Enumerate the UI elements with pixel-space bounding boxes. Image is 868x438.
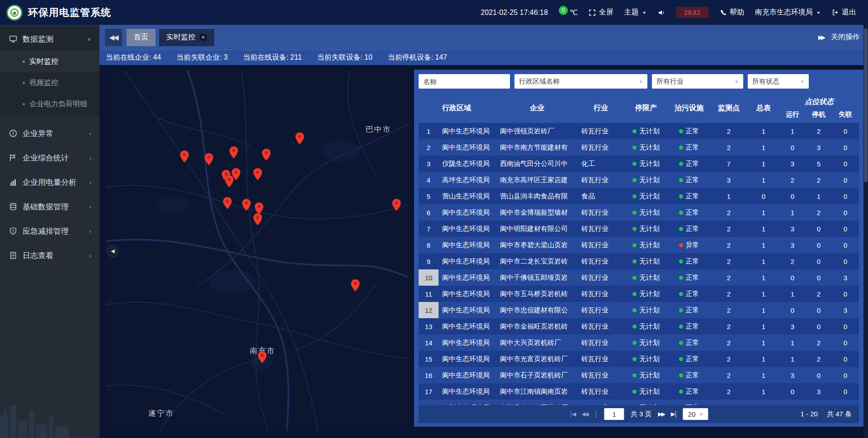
- sidebar-item-video-monitor[interactable]: 视频监控: [0, 72, 99, 94]
- table-row[interactable]: 4高坪生态环境局南充市高坪区王家店建砖瓦行业无计划正常31220: [419, 172, 859, 188]
- map-pin-icon[interactable]: [392, 198, 401, 213]
- page-number-input[interactable]: 1: [604, 408, 624, 420]
- row-index: 2: [419, 139, 439, 155]
- facility-text: 正常: [686, 355, 699, 363]
- scrollbar-thumb[interactable]: [864, 28, 868, 182]
- sidebar-group-power-analysis[interactable]: 企业用电量分析‹: [0, 170, 99, 194]
- cell-region: 阆中生态环境局: [439, 302, 496, 318]
- map-pin-icon[interactable]: [253, 213, 263, 228]
- cell-company: 阆中明阳建材有限公司: [496, 221, 578, 237]
- table-row[interactable]: 18南部生态环境局南部县碑垭乡页岩砖厂砖瓦行业无计划正常21030: [419, 400, 859, 405]
- sidebar-group-emergency-reduction[interactable]: 应急减排管理‹: [0, 219, 99, 243]
- map-pin-icon[interactable]: [295, 132, 305, 147]
- chevron-left-icon: ‹: [90, 130, 91, 137]
- panel-collapse-handle[interactable]: ◀: [107, 245, 119, 257]
- fullscreen-button[interactable]: 全屏: [589, 8, 613, 17]
- last-page-icon[interactable]: ▶│: [671, 411, 677, 417]
- notice-ticker[interactable]: 2632: [676, 7, 709, 18]
- tabs-scroll-right-icon[interactable]: ▶▶: [818, 34, 824, 41]
- status-dot: [679, 194, 683, 198]
- limit-text: 无计划: [639, 371, 660, 380]
- sidebar-group-data-monitoring[interactable]: 数据监测∨: [0, 27, 99, 51]
- table-row[interactable]: 5营山生态环境局营山县润丰肉食品有限食品无计划正常10010: [419, 188, 859, 204]
- table-row[interactable]: 13阆中生态环境局阆中市金福旺页岩机砖砖瓦行业无计划正常21300: [419, 318, 859, 334]
- sidebar-item-label: 企业电力负荷明细: [29, 99, 87, 109]
- map-pin-icon[interactable]: [179, 150, 189, 165]
- cell-company: 阆中市五马桥页岩机砖: [496, 286, 578, 302]
- sidebar-item-realtime-monitor[interactable]: 实时监控: [0, 51, 99, 72]
- cell-stop: 2: [806, 351, 832, 367]
- table-row[interactable]: 15阆中生态环境局阆中市光富页岩机砖厂砖瓦行业无计划正常21120: [419, 351, 859, 367]
- cell-industry: 砖瓦行业: [578, 334, 624, 351]
- cell-meter: 1: [748, 237, 779, 253]
- status-dot: [632, 276, 637, 280]
- tab-realtime[interactable]: 实时监控✕: [159, 29, 214, 46]
- table-row[interactable]: 3仪陇生态环境局西南油气田分公司川中化工无计划正常71350: [419, 155, 859, 172]
- sidebar-group-enterprise-stats[interactable]: 企业综合统计‹: [0, 146, 99, 170]
- table-row[interactable]: 8阆中生态环境局阆中市枣碧大梁山页岩砖瓦行业无计划异常21300: [419, 237, 859, 253]
- status-dot: [632, 178, 637, 182]
- map-pin-icon[interactable]: [222, 197, 232, 212]
- map-pin-icon[interactable]: [350, 279, 360, 294]
- table-row[interactable]: 11阆中生态环境局阆中市五马桥页岩机砖砖瓦行业无计划正常21120: [419, 286, 859, 302]
- table-row[interactable]: 12阆中生态环境局阆中市忠信建材有限公砖瓦行业无计划正常21003: [419, 302, 859, 318]
- close-icon[interactable]: ✕: [199, 33, 207, 41]
- facility-text: 正常: [686, 225, 699, 233]
- cell-industry: 砖瓦行业: [578, 139, 624, 155]
- row-index: 17: [419, 383, 439, 400]
- next-page-icon[interactable]: ▶▶: [658, 411, 664, 417]
- col-industry: 行业: [578, 93, 624, 123]
- tabs-scroll-left-button[interactable]: ◀◀: [105, 29, 122, 46]
- sidebar-section-data-monitoring: 数据监测∨实时监控视频监控企业电力负荷明细: [0, 27, 99, 115]
- stats-icon: [9, 154, 17, 162]
- table-row[interactable]: 7阆中生态环境局阆中明阳建材有限公司砖瓦行业无计划正常21300: [419, 221, 859, 237]
- map-pin-icon[interactable]: [229, 146, 239, 161]
- table-row[interactable]: 1阆中生态环境局阆中强锐页岩砖厂砖瓦行业无计划正常21120: [419, 123, 859, 139]
- name-filter-input[interactable]: [419, 74, 510, 89]
- sidebar-group-base-data[interactable]: 基础数据管理‹: [0, 194, 99, 219]
- facility-text: 正常: [686, 387, 699, 396]
- org-dropdown[interactable]: 南充市生态环境局 ▼: [755, 8, 821, 17]
- logout-button[interactable]: 退出: [832, 8, 856, 17]
- theme-dropdown[interactable]: 主题 ▼: [624, 8, 647, 17]
- region-filter-select[interactable]: 行政区域名称 ∨: [514, 74, 647, 89]
- status-filter-select[interactable]: 所有状态 ∨: [748, 74, 809, 89]
- sidebar-item-power-load-detail[interactable]: 企业电力负荷明细: [0, 94, 99, 115]
- facility-text: 正常: [686, 306, 699, 315]
- filter-bar: 行政区域名称 ∨ 所有行业 ∨ 所有状态 ∨: [419, 73, 859, 93]
- map-pin-icon[interactable]: [224, 175, 234, 190]
- help-button[interactable]: 帮助: [720, 8, 744, 17]
- map-pin-icon[interactable]: [241, 198, 251, 213]
- sidebar-group-log-view[interactable]: 日志查看‹: [0, 243, 99, 268]
- map-pin-icon[interactable]: [253, 168, 263, 183]
- prev-page-icon[interactable]: ◀◀: [581, 411, 588, 417]
- cell-offline: 0: [832, 221, 859, 237]
- cell-run: 1: [779, 286, 806, 302]
- tab-home[interactable]: 首页: [127, 29, 156, 46]
- table-row[interactable]: 9阆中生态环境局阆中市二龙长宝页岩砖砖瓦行业无计划正常21200: [419, 253, 859, 269]
- sidebar-group-enterprise-abnormal[interactable]: 企业异常‹: [0, 121, 99, 146]
- status-dot: [632, 227, 637, 231]
- table-row[interactable]: 10阆中生态环境局阆中千佛镇五郎垭页岩砖瓦行业无计划正常21003: [419, 269, 859, 286]
- cell-meter: 1: [748, 204, 779, 221]
- table-row[interactable]: 14阆中生态环境局阆中大兴页岩机砖厂砖瓦行业无计划正常21120: [419, 334, 859, 351]
- cell-company: 阆中市金福旺页岩机砖: [496, 318, 578, 334]
- cell-stop: 2: [806, 172, 832, 188]
- page-size-select[interactable]: 20 ∨: [683, 408, 708, 420]
- cell-points: 2: [710, 383, 748, 400]
- map-canvas[interactable]: ◀ 巴中市南充市遂宁市: [106, 70, 409, 431]
- map-pin-icon[interactable]: [261, 148, 271, 163]
- table-row[interactable]: 2阆中生态环境局阆中市南方节能建材有砖瓦行业无计划正常21030: [419, 139, 859, 155]
- table-row[interactable]: 17阆中生态环境局阆中市江南镇阆南页岩砖瓦行业无计划正常21030: [419, 383, 859, 400]
- close-operations-button[interactable]: 关闭操作: [831, 33, 860, 42]
- announcement-speaker-icon[interactable]: [658, 9, 665, 16]
- table-row[interactable]: 6阆中生态环境局阆中市金博瑞新型墙材砖瓦行业无计划正常21120: [419, 204, 859, 221]
- map-pin-icon[interactable]: [257, 351, 267, 366]
- cell-limit: 无计划: [624, 253, 668, 269]
- industry-filter-select[interactable]: 所有行业 ∨: [652, 74, 743, 89]
- first-page-icon[interactable]: │◀: [569, 411, 575, 417]
- cell-company: 阆中市光富页岩机砖厂: [496, 351, 578, 367]
- table-row[interactable]: 16阆中生态环境局阆中市石子页岩机砖厂砖瓦行业无计划正常21300: [419, 367, 859, 383]
- status-dot: [679, 341, 683, 345]
- map-pin-icon[interactable]: [204, 153, 214, 168]
